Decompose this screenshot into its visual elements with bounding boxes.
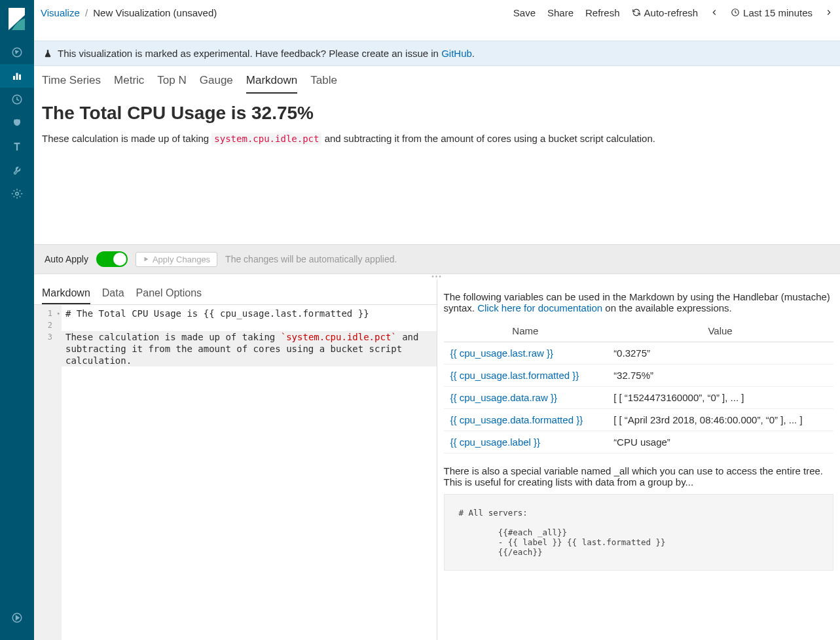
var-link[interactable]: {{ cpu_usage.label }} <box>450 436 541 448</box>
refresh-icon <box>632 8 641 17</box>
svg-rect-1 <box>13 76 15 80</box>
svg-marker-7 <box>16 616 20 620</box>
variables-table: Name Value {{ cpu_usage.last.raw }}“0.32… <box>444 320 834 453</box>
var-link[interactable]: {{ cpu_usage.last.formatted }} <box>450 370 579 381</box>
save-button[interactable]: Save <box>513 7 536 18</box>
editor-tab-data[interactable]: Data <box>102 285 124 304</box>
editor-content[interactable]: # The Total CPU Usage is {{ cpu_usage.la… <box>62 305 437 640</box>
nav-collapse[interactable] <box>0 606 34 630</box>
table-row: {{ cpu_usage.last.formatted }}“32.75%” <box>444 364 834 387</box>
variables-help: The following variables can be used in t… <box>437 279 841 640</box>
apply-changes-button[interactable]: Apply Changes <box>136 252 217 267</box>
topbar: Visualize / New Visualization (unsaved) … <box>34 3 840 22</box>
flask-icon <box>43 49 52 58</box>
example-code: # All servers: {{#each _all}} - {{ label… <box>444 494 834 571</box>
docs-link[interactable]: Click here for documentation <box>477 302 602 313</box>
svg-marker-9 <box>144 257 148 262</box>
nav-visualize[interactable] <box>0 64 34 88</box>
variables-outro: There is also a special variable named _… <box>444 465 834 488</box>
breadcrumb-current: New Visualization (unsaved) <box>93 7 217 18</box>
chevron-right-icon <box>824 8 833 17</box>
var-link[interactable]: {{ cpu_usage.last.raw }} <box>450 347 554 359</box>
breadcrumb-root[interactable]: Visualize <box>41 7 80 18</box>
col-name: Name <box>444 320 608 342</box>
play-icon <box>143 256 149 262</box>
preview-code: system.cpu.idle.pct <box>211 133 321 145</box>
resize-handle[interactable]: ••• <box>34 274 840 279</box>
col-value: Value <box>607 320 833 342</box>
tab-markdown[interactable]: Markdown <box>246 71 297 94</box>
table-row: {{ cpu_usage.data.raw }}[ [ “15244731600… <box>444 387 834 409</box>
tab-timeseries[interactable]: Time Series <box>42 71 101 94</box>
var-link[interactable]: {{ cpu_usage.data.raw }} <box>450 392 557 403</box>
var-link[interactable]: {{ cpu_usage.data.formatted }} <box>450 414 583 425</box>
table-row: {{ cpu_usage.label }}“CPU usage” <box>444 431 834 453</box>
nav-management[interactable] <box>0 182 34 205</box>
nav-devtools[interactable] <box>0 158 34 182</box>
auto-apply-label: Auto Apply <box>45 254 88 264</box>
clock-icon <box>731 8 740 17</box>
refresh-button[interactable]: Refresh <box>585 7 620 18</box>
editor-tab-panel-options[interactable]: Panel Options <box>136 285 202 304</box>
markdown-editor[interactable]: 1▾23 # The Total CPU Usage is {{ cpu_usa… <box>34 304 437 640</box>
apply-hint: The changes will be automatically applie… <box>225 254 397 264</box>
github-link[interactable]: GitHub <box>441 48 472 59</box>
nav-discover[interactable] <box>0 41 34 64</box>
tab-metric[interactable]: Metric <box>114 71 144 94</box>
auto-refresh-button[interactable]: Auto-refresh <box>632 7 699 18</box>
preview-heading: The Total CPU Usage is 32.75% <box>42 103 832 124</box>
chevron-left-icon <box>710 8 719 17</box>
tab-topn[interactable]: Top N <box>157 71 186 94</box>
svg-rect-2 <box>16 73 18 80</box>
nav-dashboard[interactable] <box>0 88 34 111</box>
auto-apply-toggle[interactable] <box>96 251 128 267</box>
table-row: {{ cpu_usage.data.formatted }}[ [ “April… <box>444 409 834 431</box>
time-prev-button[interactable] <box>710 8 719 17</box>
visualization-tabs: Time Series Metric Top N Gauge Markdown … <box>34 66 840 94</box>
nav-timelion[interactable] <box>0 111 34 135</box>
markdown-preview: The Total CPU Usage is 32.75% These calc… <box>34 94 840 244</box>
kibana-logo[interactable] <box>7 7 27 31</box>
editor-tabs: Markdown Data Panel Options <box>34 279 437 304</box>
nav-text[interactable] <box>0 135 34 158</box>
global-sidebar <box>0 0 34 640</box>
time-range-button[interactable]: Last 15 minutes <box>731 7 813 18</box>
svg-point-5 <box>16 192 19 196</box>
apply-bar: Auto Apply Apply Changes The changes wil… <box>34 244 840 274</box>
time-next-button[interactable] <box>824 8 833 17</box>
tab-table[interactable]: Table <box>310 71 337 94</box>
editor-tab-markdown[interactable]: Markdown <box>42 285 90 304</box>
tab-gauge[interactable]: Gauge <box>200 71 233 94</box>
share-button[interactable]: Share <box>547 7 574 18</box>
preview-body: These calculation is made up of taking s… <box>42 133 832 144</box>
table-row: {{ cpu_usage.last.raw }}“0.3275” <box>444 342 834 364</box>
editor-gutter: 1▾23 <box>34 305 62 640</box>
svg-rect-3 <box>19 75 21 80</box>
fold-icon[interactable]: ▾ <box>57 308 60 319</box>
experimental-banner: This visualization is marked as experime… <box>34 41 840 66</box>
breadcrumb: Visualize / New Visualization (unsaved) <box>41 7 217 18</box>
